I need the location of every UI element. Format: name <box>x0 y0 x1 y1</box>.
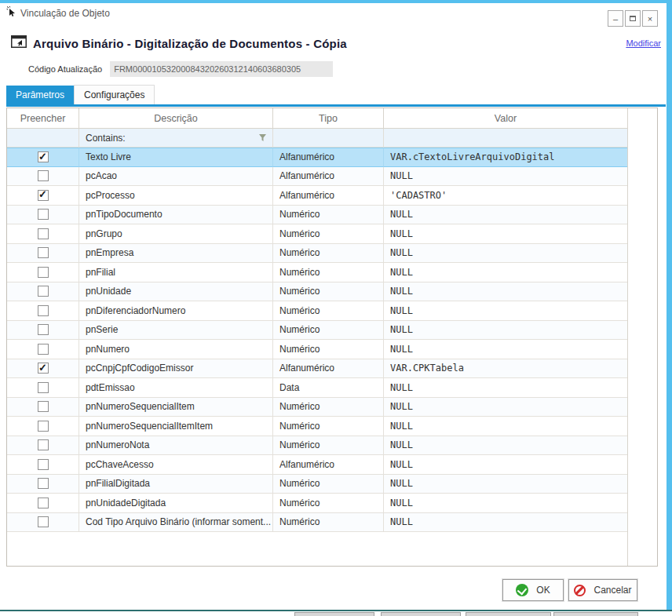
checkmark-icon: ✓ <box>38 151 47 162</box>
checkbox-unchecked[interactable] <box>38 401 49 412</box>
valor-cell[interactable]: VAR.CPKTabela <box>384 359 627 379</box>
minimize-button[interactable]: – <box>608 10 623 27</box>
table-row[interactable]: pnFilialDigitadaNuméricoNULL <box>7 475 627 494</box>
checkbox-checked[interactable]: ✓ <box>38 190 49 201</box>
window-border-bottom <box>0 610 672 611</box>
tipo-cell: Alfanumérico <box>273 186 384 206</box>
tipo-cell: Data <box>273 378 384 398</box>
table-row[interactable]: Cod Tipo Arquivo Binário (informar somen… <box>7 513 627 533</box>
table-row[interactable]: pnNumeroNotaNuméricoNULL <box>7 436 627 456</box>
descricao-cell: pnGrupo <box>79 224 273 244</box>
preencher-cell <box>7 417 79 436</box>
valor-cell[interactable]: NULL <box>384 244 627 264</box>
checkbox-unchecked[interactable] <box>38 459 49 470</box>
checkbox-unchecked[interactable] <box>38 478 49 489</box>
table-row[interactable]: pnUnidadeNuméricoNULL <box>7 282 627 302</box>
checkbox-checked[interactable]: ✓ <box>38 363 49 374</box>
table-row[interactable]: ✓pcProcessoAlfanumérico'CADASTRO' <box>7 186 627 206</box>
table-row[interactable]: pnFilialNuméricoNULL <box>7 263 627 282</box>
valor-cell[interactable]: NULL <box>384 494 627 513</box>
checkbox-unchecked[interactable] <box>38 382 49 393</box>
column-header-valor[interactable]: Valor <box>384 108 627 129</box>
valor-cell[interactable]: NULL <box>384 263 627 282</box>
window-border-right <box>667 0 672 611</box>
filter-row: Contains: <box>7 129 627 148</box>
column-header-descricao[interactable]: Descrição <box>79 108 273 129</box>
close-button[interactable]: × <box>642 10 658 27</box>
checkbox-checked[interactable]: ✓ <box>38 151 49 162</box>
valor-cell[interactable]: NULL <box>384 475 627 494</box>
preencher-cell <box>7 494 79 513</box>
column-header-tipo[interactable]: Tipo <box>273 108 384 129</box>
checkbox-unchecked[interactable] <box>38 267 49 278</box>
valor-cell[interactable]: NULL <box>384 321 627 341</box>
valor-cell[interactable]: NULL <box>384 206 627 225</box>
valor-cell[interactable]: NULL <box>384 455 627 475</box>
checkbox-unchecked[interactable] <box>38 305 49 316</box>
column-header-preencher[interactable]: Preencher <box>7 108 79 129</box>
modify-link[interactable]: Modificar <box>626 38 661 48</box>
background-window-button <box>553 612 638 616</box>
valor-cell[interactable]: NULL <box>384 282 627 302</box>
valor-cell[interactable]: NULL <box>384 167 627 187</box>
checkbox-unchecked[interactable] <box>38 170 49 181</box>
table-body: ✓Texto LivreAlfanuméricoVAR.cTextoLivreA… <box>7 148 627 532</box>
tab-bar: ParâmetrosConfigurações <box>6 86 155 105</box>
checkbox-unchecked[interactable] <box>38 286 49 297</box>
checkbox-unchecked[interactable] <box>38 439 49 450</box>
valor-cell[interactable]: NULL <box>384 513 627 533</box>
table-row[interactable]: pdtEmissaoDataNULL <box>7 378 627 398</box>
table-row[interactable]: pcChaveAcessoAlfanuméricoNULL <box>7 455 627 475</box>
checkbox-unchecked[interactable] <box>38 421 49 432</box>
tipo-cell: Numérico <box>273 340 384 359</box>
table-row[interactable]: pnSerieNuméricoNULL <box>7 321 627 341</box>
checkbox-unchecked[interactable] <box>38 498 49 508</box>
table-header-row: Preencher Descrição Tipo Valor <box>7 108 627 129</box>
table-row[interactable]: pnNumeroSequencialItemItemNuméricoNULL <box>7 417 627 436</box>
checkbox-unchecked[interactable] <box>38 228 49 239</box>
table-row[interactable]: pnNumeroNuméricoNULL <box>7 340 627 359</box>
valor-cell[interactable]: NULL <box>384 398 627 417</box>
form-window-icon <box>11 35 27 51</box>
checkbox-unchecked[interactable] <box>38 247 49 258</box>
table-row[interactable]: pnGrupoNuméricoNULL <box>7 224 627 244</box>
table-row[interactable]: pnDiferenciadorNumeroNuméricoNULL <box>7 301 627 321</box>
checkbox-unchecked[interactable] <box>38 209 49 220</box>
table-row[interactable]: ✓pcCnpjCpfCodigoEmissorAlfanuméricoVAR.C… <box>7 359 627 379</box>
preencher-cell <box>7 340 79 359</box>
table-row[interactable]: pnUnidadeDigitadaNuméricoNULL <box>7 494 627 513</box>
table-row[interactable]: pnTipoDocumentoNuméricoNULL <box>7 206 627 225</box>
checkbox-unchecked[interactable] <box>38 344 49 355</box>
maximize-button[interactable] <box>625 10 641 27</box>
checkbox-unchecked[interactable] <box>38 324 49 335</box>
codigo-label: Código Atualização <box>28 64 102 74</box>
parameters-grid: Preencher Descrição Tipo Valor Contains:… <box>7 108 628 566</box>
valor-cell[interactable]: VAR.cTextoLivreArquivoDigital <box>384 148 627 167</box>
tipo-cell: Numérico <box>273 244 384 264</box>
valor-cell[interactable]: NULL <box>384 301 627 321</box>
checkbox-unchecked[interactable] <box>38 516 49 527</box>
ok-button[interactable]: OK <box>502 579 564 601</box>
table-row[interactable]: ✓Texto LivreAlfanuméricoVAR.cTextoLivreA… <box>7 148 627 167</box>
preencher-cell <box>7 282 79 302</box>
descricao-cell: pnUnidadeDigitada <box>79 494 273 513</box>
table-row[interactable]: pnNumeroSequencialItemNuméricoNULL <box>7 398 627 417</box>
valor-cell[interactable]: NULL <box>384 436 627 456</box>
valor-cell[interactable]: NULL <box>384 224 627 244</box>
table-row[interactable]: pcAcaoAlfanuméricoNULL <box>7 167 627 187</box>
cancel-button[interactable]: Cancelar <box>568 579 637 601</box>
valor-cell[interactable]: NULL <box>384 417 627 436</box>
codigo-field[interactable]: FRM00001053200084320260312140603680305 <box>110 61 333 77</box>
table-row[interactable]: pnEmpresaNuméricoNULL <box>7 244 627 264</box>
maximize-icon <box>630 16 636 21</box>
tab-configurações[interactable]: Configurações <box>74 85 155 105</box>
valor-cell[interactable]: NULL <box>384 340 627 359</box>
preencher-cell <box>7 263 79 282</box>
valor-cell[interactable]: 'CADASTRO' <box>384 186 627 206</box>
filter-funnel-icon[interactable] <box>259 133 266 144</box>
descricao-cell: pnNumeroNota <box>79 436 273 456</box>
tab-parâmetros[interactable]: Parâmetros <box>6 86 74 105</box>
tipo-cell: Numérico <box>273 301 384 321</box>
valor-cell[interactable]: NULL <box>384 378 627 398</box>
tipo-cell: Numérico <box>273 494 384 513</box>
